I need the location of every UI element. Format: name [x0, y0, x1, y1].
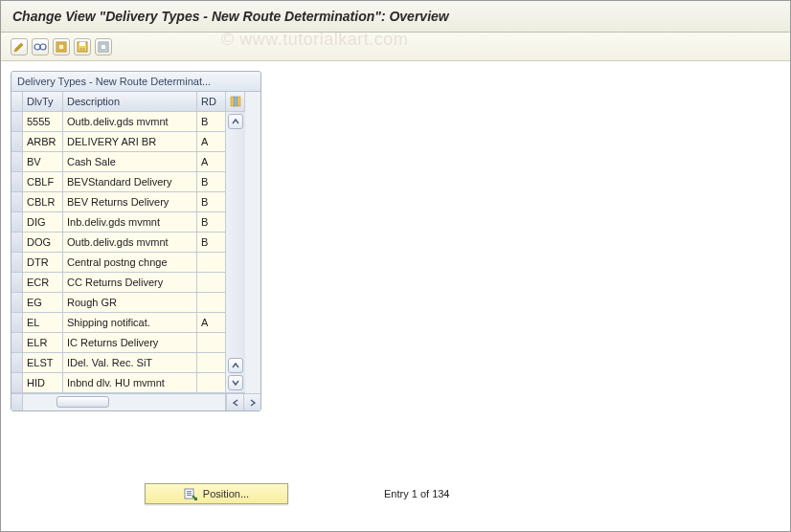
cell-description[interactable]: Rough GR — [63, 293, 197, 313]
cell-rd[interactable] — [197, 333, 226, 353]
cell-dlvty[interactable]: ECR — [23, 273, 63, 293]
page-title: Change View "Delivery Types - New Route … — [12, 9, 779, 24]
cell-rd[interactable] — [197, 353, 226, 373]
cell-dlvty[interactable]: CBLF — [23, 172, 63, 192]
cell-rd[interactable]: B — [197, 172, 226, 192]
position-button[interactable]: Position... — [145, 483, 288, 504]
content-area: Delivery Types - New Route Determinat...… — [1, 61, 790, 421]
cell-rd[interactable]: B — [197, 233, 226, 253]
row-selector[interactable] — [11, 353, 23, 373]
row-selector[interactable] — [11, 132, 23, 152]
hscroll-right-button[interactable] — [243, 394, 260, 410]
col-header-dlvty[interactable]: DlvTy — [23, 92, 63, 112]
cell-rd[interactable] — [197, 373, 226, 393]
cell-dlvty[interactable]: DTR — [23, 253, 63, 273]
row-selector[interactable] — [11, 293, 23, 313]
cell-dlvty[interactable]: EL — [23, 313, 63, 333]
cell-dlvty[interactable]: DIG — [23, 212, 63, 233]
cell-description[interactable]: BEVStandard Delivery — [63, 172, 197, 192]
col-header-description[interactable]: Description — [63, 92, 197, 112]
svg-rect-8 — [101, 44, 106, 50]
row-selector[interactable] — [11, 152, 23, 172]
bottom-bar: Position... Entry 1 of 134 — [1, 483, 790, 504]
row-selector[interactable] — [11, 233, 23, 253]
cell-dlvty[interactable]: BV — [23, 152, 63, 172]
cell-rd[interactable]: A — [197, 313, 226, 333]
row-selector[interactable] — [11, 192, 23, 212]
cell-description[interactable]: Inbnd dlv. HU mvmnt — [63, 373, 197, 393]
svg-rect-9 — [231, 97, 234, 106]
svg-point-0 — [34, 44, 40, 50]
svg-rect-10 — [234, 97, 237, 106]
select-all-icon — [56, 41, 67, 53]
cell-description[interactable]: DELIVERY ARI BR — [63, 132, 197, 152]
cell-rd[interactable] — [197, 253, 226, 273]
table-caption: Delivery Types - New Route Determinat... — [11, 72, 260, 92]
cell-description[interactable]: IDel. Val. Rec. SiT — [63, 353, 197, 373]
cell-dlvty[interactable]: 5555 — [23, 112, 63, 132]
scroll-page-up-button[interactable] — [228, 358, 243, 373]
row-selector[interactable] — [11, 333, 23, 353]
row-selector[interactable] — [11, 373, 23, 393]
scroll-down-button[interactable] — [228, 375, 243, 390]
hscroll-track[interactable] — [23, 394, 226, 410]
cell-dlvty[interactable]: ARBR — [23, 132, 63, 152]
chevron-up-icon — [232, 118, 239, 125]
hscroll-thumb[interactable] — [56, 396, 109, 408]
chevron-right-icon — [249, 399, 257, 407]
entry-indicator: Entry 1 of 134 — [384, 488, 450, 499]
pencil-icon — [13, 41, 25, 53]
row-selector[interactable] — [11, 253, 23, 273]
row-selector[interactable] — [11, 313, 23, 333]
cell-dlvty[interactable]: CBLR — [23, 192, 63, 212]
hscroll-corner — [11, 394, 23, 410]
table-grid: DlvTy Description RD 5555 Outb.deliv.gds… — [11, 92, 260, 393]
svg-point-1 — [40, 44, 46, 50]
deselect-all-button[interactable] — [95, 38, 112, 55]
cell-description[interactable]: Outb.deliv.gds mvmnt — [63, 112, 197, 132]
row-selector[interactable] — [11, 212, 23, 233]
row-selector[interactable] — [11, 273, 23, 293]
table-settings-button[interactable] — [226, 92, 245, 112]
cell-rd[interactable]: B — [197, 112, 226, 132]
svg-rect-13 — [187, 491, 192, 492]
svg-rect-3 — [58, 44, 64, 50]
cell-rd[interactable]: B — [197, 212, 226, 233]
cell-description[interactable]: Inb.deliv.gds mvmnt — [63, 212, 197, 233]
hscroll-left-button[interactable] — [226, 394, 243, 410]
cell-description[interactable]: Cash Sale — [63, 152, 197, 172]
cell-dlvty[interactable]: ELST — [23, 353, 63, 373]
cell-rd[interactable] — [197, 273, 226, 293]
save-button[interactable] — [74, 38, 91, 55]
hscroll — [11, 393, 260, 410]
cell-description[interactable]: IC Returns Delivery — [63, 333, 197, 353]
col-header-rd-label: RD — [201, 96, 216, 107]
cell-dlvty[interactable]: EG — [23, 293, 63, 313]
app-toolbar — [1, 33, 790, 61]
cell-rd[interactable]: A — [197, 152, 226, 172]
select-all-button[interactable] — [53, 38, 70, 55]
vscroll — [226, 112, 245, 393]
chevron-down-icon — [232, 379, 239, 387]
cell-description[interactable]: Shipping notificat. — [63, 313, 197, 333]
cell-description[interactable]: Central postng chnge — [63, 253, 197, 273]
cell-rd[interactable] — [197, 293, 226, 313]
scroll-up-button[interactable] — [228, 114, 243, 129]
cell-description[interactable]: Outb.deliv.gds mvmnt — [63, 233, 197, 253]
save-icon — [77, 41, 88, 53]
table-container: Delivery Types - New Route Determinat...… — [11, 71, 261, 411]
col-header-rd[interactable]: RD — [197, 92, 226, 112]
cell-dlvty[interactable]: HID — [23, 373, 63, 393]
cell-rd[interactable]: B — [197, 192, 226, 212]
row-selector-header[interactable] — [11, 92, 23, 112]
cell-description[interactable]: CC Returns Delivery — [63, 273, 197, 293]
cell-dlvty[interactable]: DOG — [23, 233, 63, 253]
cell-dlvty[interactable]: ELR — [23, 333, 63, 353]
row-selector[interactable] — [11, 112, 23, 132]
display-change-button[interactable] — [11, 38, 28, 55]
columns-icon — [230, 96, 241, 107]
row-selector[interactable] — [11, 172, 23, 192]
other-view-button[interactable] — [32, 38, 49, 55]
cell-description[interactable]: BEV Returns Delivery — [63, 192, 197, 212]
cell-rd[interactable]: A — [197, 132, 226, 152]
